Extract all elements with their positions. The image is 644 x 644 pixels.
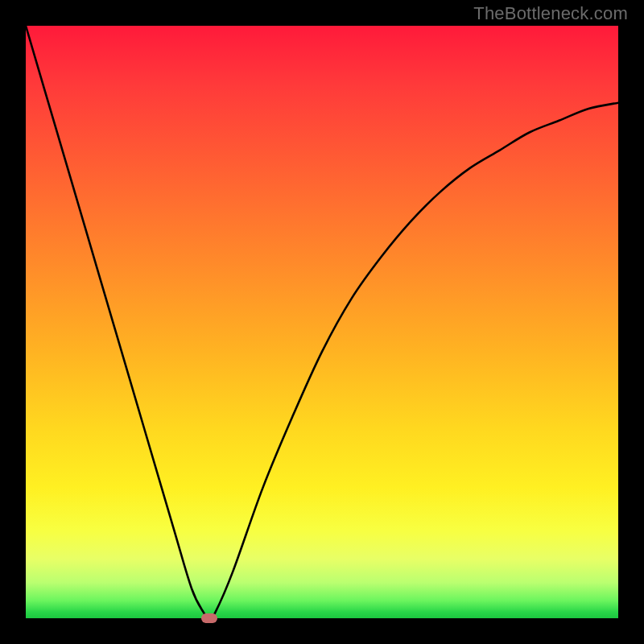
watermark-text: TheBottleneck.com [473, 3, 628, 24]
curve-path [26, 26, 618, 618]
bottleneck-curve [26, 26, 618, 618]
optimal-marker [201, 613, 217, 623]
chart-frame: TheBottleneck.com [0, 0, 644, 644]
plot-area [26, 26, 618, 618]
